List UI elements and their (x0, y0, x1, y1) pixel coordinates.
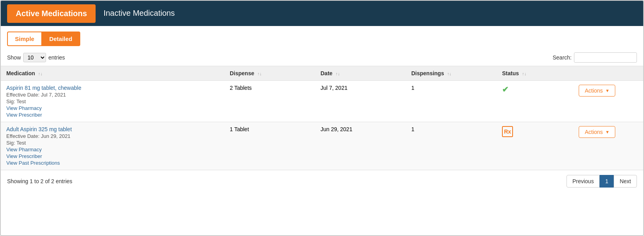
cell-status-2: Rx (496, 122, 573, 170)
table-footer: Showing 1 to 2 of 2 entries Previous 1 N… (1, 170, 643, 192)
view-pharmacy-link-1[interactable]: View Pharmacy (6, 105, 219, 111)
toggle-simple-button[interactable]: Simple (7, 32, 42, 46)
search-area: Search: (553, 52, 637, 63)
header-tabs: Active Medications Inactive Medications (1, 1, 643, 26)
medication-name-link-1[interactable]: Aspirin 81 mg tablet, chewable (6, 85, 81, 91)
actions-button-1[interactable]: Actions ▼ (579, 85, 615, 97)
effective-date-1: Effective Date: Jul 7, 2021 (6, 92, 219, 98)
cell-date-1: Jul 7, 2021 (315, 81, 406, 122)
tab-active-medications[interactable]: Active Medications (7, 4, 96, 23)
table-header-row: Medication ↑↓ Dispense ↑↓ Date ↑↓ Dispen… (1, 66, 643, 81)
cell-medication-2: Adult Aspirin 325 mg tablet Effective Da… (1, 122, 224, 170)
cell-status-1: ✔ (496, 81, 573, 122)
col-header-dispensings[interactable]: Dispensings ↑↓ (406, 66, 496, 81)
entries-select[interactable]: 10 25 50 100 (23, 53, 46, 62)
caret-icon-1: ▼ (605, 88, 609, 93)
actions-button-2[interactable]: Actions ▼ (579, 126, 615, 138)
search-label: Search: (553, 54, 572, 61)
medications-table: Medication ↑↓ Dispense ↑↓ Date ↑↓ Dispen… (1, 66, 643, 170)
showing-entries-text: Showing 1 to 2 of 2 entries (7, 178, 72, 184)
cell-actions-2: Actions ▼ (573, 122, 643, 170)
col-header-status[interactable]: Status ↑↓ (496, 66, 573, 81)
col-header-dispense[interactable]: Dispense ↑↓ (224, 66, 315, 81)
cell-medication-1: Aspirin 81 mg tablet, chewable Effective… (1, 81, 224, 122)
tab-inactive-medications[interactable]: Inactive Medications (96, 5, 183, 22)
previous-button[interactable]: Previous (566, 175, 600, 188)
search-input[interactable] (574, 52, 637, 63)
table-row: Adult Aspirin 325 mg tablet Effective Da… (1, 122, 643, 170)
cell-dispensings-1: 1 (406, 81, 496, 122)
cell-dispensings-2: 1 (406, 122, 496, 170)
show-label: Show (7, 54, 21, 61)
sort-icon-dispense: ↑↓ (257, 71, 262, 76)
cell-actions-1: Actions ▼ (573, 81, 643, 122)
col-header-date[interactable]: Date ↑↓ (315, 66, 406, 81)
sig-1: Sig: Test (6, 98, 219, 104)
col-header-actions (573, 66, 643, 81)
view-prescriber-link-1[interactable]: View Prescriber (6, 112, 219, 118)
cell-dispense-2: 1 Tablet (224, 122, 315, 170)
cell-dispense-1: 2 Tablets (224, 81, 315, 122)
table-controls: Show 10 25 50 100 entries Search: (1, 49, 643, 66)
sort-icon-medication: ↑↓ (38, 71, 42, 76)
view-past-prescriptions-link-2[interactable]: View Past Prescriptions (6, 160, 219, 166)
view-pharmacy-link-2[interactable]: View Pharmacy (6, 147, 219, 152)
sig-2: Sig: Test (6, 140, 219, 146)
medications-container: Active Medications Inactive Medications … (0, 0, 644, 236)
col-header-medication[interactable]: Medication ↑↓ (1, 66, 224, 81)
toggle-detailed-button[interactable]: Detailed (42, 32, 80, 46)
sort-icon-date: ↑↓ (336, 71, 340, 76)
medication-name-link-2[interactable]: Adult Aspirin 325 mg tablet (6, 126, 72, 132)
next-button[interactable]: Next (614, 175, 637, 188)
effective-date-2: Effective Date: Jun 29, 2021 (6, 133, 219, 139)
pagination: Previous 1 Next (566, 175, 637, 188)
page-1-button[interactable]: 1 (600, 175, 614, 188)
table-row: Aspirin 81 mg tablet, chewable Effective… (1, 81, 643, 122)
view-toggle: Simple Detailed (1, 26, 643, 49)
entries-label: entries (48, 54, 65, 61)
sort-icon-status: ↑↓ (522, 71, 526, 76)
status-checkmark-icon-1: ✔ (502, 85, 509, 94)
status-rx-icon-2: Rx (502, 126, 513, 137)
show-entries-control: Show 10 25 50 100 entries (7, 53, 65, 62)
view-prescriber-link-2[interactable]: View Prescriber (6, 153, 219, 159)
sort-icon-dispensings: ↑↓ (447, 71, 452, 76)
cell-date-2: Jun 29, 2021 (315, 122, 406, 170)
caret-icon-2: ▼ (605, 130, 609, 134)
